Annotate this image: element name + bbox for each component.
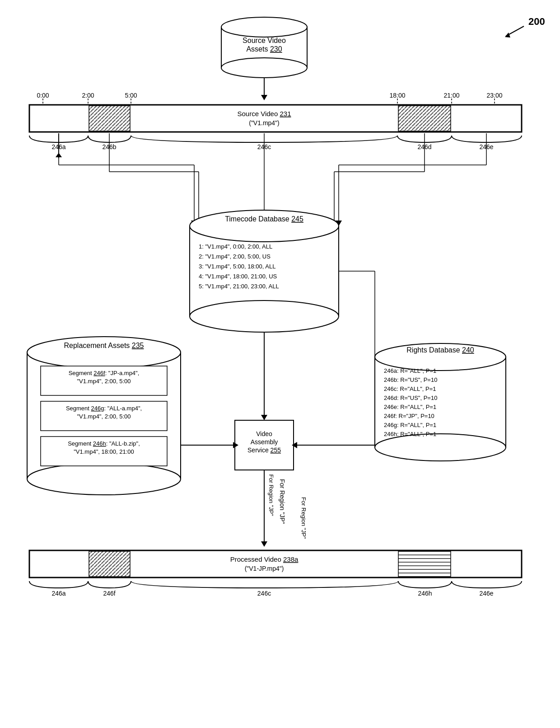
svg-text:Segment 246h: "ALL-b.zip",: Segment 246h: "ALL-b.zip", [68,440,140,447]
svg-text:23:00: 23:00 [486,92,502,99]
svg-text:1: "V1.mp4", 0:00, 2:00, ALL: 1: "V1.mp4", 0:00, 2:00, ALL [199,243,272,250]
svg-text:"V1.mp4", 2:00, 5:00: "V1.mp4", 2:00, 5:00 [77,413,131,420]
svg-text:Rights Database 240: Rights Database 240 [406,346,474,354]
svg-rect-106 [398,551,451,577]
svg-point-71 [375,434,506,461]
svg-text:("V1.mp4"): ("V1.mp4") [249,119,280,127]
svg-text:246a: R="ALL", P=1: 246a: R="ALL", P=1 [384,367,436,374]
svg-text:4: "V1.mp4", 18:00, 21:00, US: 4: "V1.mp4", 18:00, 21:00, US [199,273,277,280]
svg-text:5: "V1.mp4", 21:00, 23:00, ALL: 5: "V1.mp4", 21:00, 23:00, ALL [199,283,279,290]
svg-text:246d: R="US", P=10: 246d: R="US", P=10 [384,395,437,401]
svg-text:2:00: 2:00 [82,92,94,99]
svg-text:246h: 246h [418,590,432,597]
svg-text:Processed Video 238a: Processed Video 238a [230,555,299,563]
svg-text:246h: R="ALL", P=1: 246h: R="ALL", P=1 [384,431,436,437]
svg-text:For Region "JP": For Region "JP" [300,497,307,539]
svg-text:21:00: 21:00 [443,92,459,99]
svg-marker-102 [261,541,267,547]
svg-text:Source Video: Source Video [243,37,286,44]
svg-marker-2 [505,33,510,38]
svg-text:2: "V1.mp4", 2:00, 5:00, US: 2: "V1.mp4", 2:00, 5:00, US [199,253,271,260]
svg-marker-9 [261,95,267,100]
svg-rect-105 [89,551,130,577]
svg-point-87 [27,463,181,495]
svg-text:Source Video 231: Source Video 231 [238,110,291,117]
svg-rect-26 [398,106,451,131]
svg-text:Replacement Assets 235: Replacement Assets 235 [64,342,144,349]
svg-text:200: 200 [528,16,545,27]
for-region-label: For Region "JP" [268,474,275,516]
svg-text:"V1.mp4", 18:00, 21:00: "V1.mp4", 18:00, 21:00 [74,448,134,455]
svg-text:Segment 246g: "ALL-a.mp4",: Segment 246g: "ALL-a.mp4", [66,405,142,412]
svg-text:246e: 246e [479,590,493,597]
svg-marker-64 [261,415,267,420]
svg-point-5 [221,58,307,78]
svg-text:246a: 246a [51,590,65,597]
svg-text:0:00: 0:00 [37,92,49,99]
svg-text:3: "V1.mp4", 5:00, 18:00, ALL: 3: "V1.mp4", 5:00, 18:00, ALL [199,263,275,270]
svg-text:Assets 230: Assets 230 [246,45,282,53]
svg-text:("V1-JP.mp4"): ("V1-JP.mp4") [245,565,284,572]
svg-text:246f: 246f [103,590,115,597]
svg-text:246e: R="ALL", P=1: 246e: R="ALL", P=1 [384,404,436,410]
svg-text:246c: R="ALL", P=1: 246c: R="ALL", P=1 [384,385,436,392]
svg-text:246b: R="US", P=10: 246b: R="US", P=10 [384,376,437,383]
svg-point-4 [221,17,307,37]
svg-text:5:00: 5:00 [125,92,137,99]
svg-text:Video: Video [256,430,272,437]
svg-rect-25 [89,106,130,131]
svg-text:18:00: 18:00 [389,92,405,99]
svg-text:Segment 246f: "JP-a.mp4",: Segment 246f: "JP-a.mp4", [69,370,140,376]
svg-text:246g: R="ALL", P=1: 246g: R="ALL", P=1 [384,422,436,428]
svg-text:246c: 246c [257,590,271,597]
svg-point-56 [190,301,339,332]
svg-text:For Region "JP": For Region "JP" [279,479,286,524]
svg-text:Timecode Database 245: Timecode Database 245 [225,215,303,223]
svg-text:Service 255: Service 255 [247,446,281,454]
svg-text:"V1.mp4", 2:00, 5:00: "V1.mp4", 2:00, 5:00 [77,378,131,385]
svg-text:246f: R="JP", P=10: 246f: R="JP", P=10 [384,413,434,419]
svg-text:Assembly: Assembly [251,438,278,446]
